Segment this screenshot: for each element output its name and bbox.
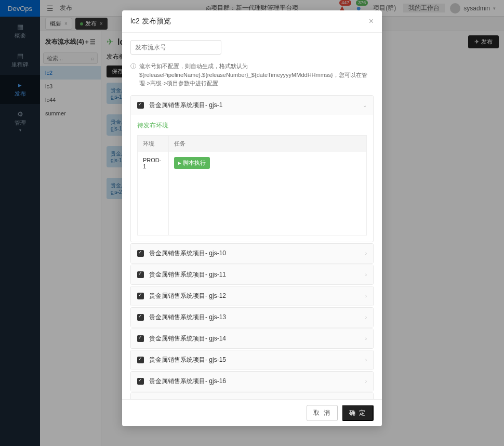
checkbox[interactable] bbox=[137, 271, 144, 278]
cell-env: PROD-1 bbox=[138, 152, 169, 235]
cell-task: ▸ 脚本执行 bbox=[169, 152, 366, 235]
release-preview-modal: lc2 发布预览 × ⓘ 流水号如不配置，则自动生成，格式默认为${releas… bbox=[122, 10, 382, 426]
modal-header: lc2 发布预览 × bbox=[122, 10, 382, 33]
accordion-header[interactable]: 贵金属销售系统项目- gjs-13› bbox=[131, 308, 373, 327]
project-accordion-list: 贵金属销售系统项目- gjs-1 ⌄ 待发布环境 环境 任务 PROD-1 bbox=[130, 95, 374, 400]
script-run-button[interactable]: ▸ 脚本执行 bbox=[174, 157, 210, 169]
accordion-header[interactable]: 贵金属销售系统项目- gjs-16› bbox=[131, 372, 373, 391]
chevron-right-icon: › bbox=[365, 378, 367, 384]
chevron-right-icon: › bbox=[365, 336, 367, 342]
chevron-down-icon: ⌄ bbox=[363, 102, 367, 108]
accordion-item: 贵金属销售系统项目- gjs-10› bbox=[130, 243, 374, 264]
chevron-right-icon: › bbox=[365, 293, 367, 299]
accordion-item: 贵金属销售系统项目- gjs-1 ⌄ 待发布环境 环境 任务 PROD-1 bbox=[130, 95, 374, 242]
chevron-right-icon: › bbox=[365, 314, 367, 320]
chevron-right-icon: › bbox=[365, 251, 367, 256]
modal-overlay[interactable]: lc2 发布预览 × ⓘ 流水号如不配置，则自动生成，格式默认为${releas… bbox=[0, 0, 504, 446]
accordion-item: 贵金属销售系统项目- gjs-15› bbox=[130, 350, 374, 370]
accordion-item: 贵金属销售系统项目- gjs-13› bbox=[130, 307, 374, 327]
info-note: ⓘ 流水号如不配置，则自动生成，格式默认为${releasePipelineNa… bbox=[130, 62, 374, 88]
col-task: 任务 bbox=[169, 136, 366, 152]
accordion-body: 待发布环境 环境 任务 PROD-1 ▸ bbox=[131, 115, 373, 242]
accordion-header[interactable]: 贵金属销售系统项目- gjs-1 ⌄ bbox=[131, 96, 373, 115]
accordion-header[interactable]: 贵金属销售系统项目- gjs-12› bbox=[131, 286, 373, 306]
modal-body: ⓘ 流水号如不配置，则自动生成，格式默认为${releasePipelineNa… bbox=[122, 33, 382, 399]
accordion-header[interactable]: 贵金属销售系统项目- gjs-15› bbox=[131, 350, 373, 370]
accordion-header[interactable]: 贵金属销售系统项目- gjs-14› bbox=[131, 329, 373, 348]
accordion-item: 贵金属销售系统项目- gjs-20› bbox=[130, 392, 374, 400]
ok-button[interactable]: 确 定 bbox=[342, 405, 374, 421]
checkbox[interactable] bbox=[137, 378, 144, 385]
release-number-input[interactable] bbox=[130, 40, 221, 55]
checkbox[interactable] bbox=[137, 357, 144, 363]
env-table: 环境 任务 PROD-1 ▸ 脚本执行 bbox=[137, 135, 367, 235]
accordion-item: 贵金属销售系统项目- gjs-14› bbox=[130, 329, 374, 349]
table-row: PROD-1 ▸ 脚本执行 bbox=[138, 152, 366, 235]
col-env: 环境 bbox=[138, 136, 169, 152]
accordion-header[interactable]: 贵金属销售系统项目- gjs-11› bbox=[131, 265, 373, 284]
checkbox[interactable] bbox=[137, 102, 144, 109]
env-section-title: 待发布环境 bbox=[137, 121, 367, 130]
play-icon: ▸ bbox=[178, 160, 181, 166]
accordion-item: 贵金属销售系统项目- gjs-11› bbox=[130, 265, 374, 285]
close-icon[interactable]: × bbox=[369, 17, 374, 26]
checkbox[interactable] bbox=[137, 293, 144, 299]
chevron-right-icon: › bbox=[365, 272, 367, 278]
modal-footer: 取 消 确 定 bbox=[122, 399, 382, 426]
checkbox[interactable] bbox=[137, 335, 144, 342]
accordion-header[interactable]: 贵金属销售系统项目- gjs-10› bbox=[131, 244, 373, 263]
checkbox[interactable] bbox=[137, 399, 144, 400]
accordion-item: 贵金属销售系统项目- gjs-16› bbox=[130, 371, 374, 391]
checkbox[interactable] bbox=[137, 250, 144, 257]
table-header: 环境 任务 bbox=[138, 136, 366, 152]
accordion-header[interactable]: 贵金属销售系统项目- gjs-20› bbox=[131, 393, 373, 400]
checkbox[interactable] bbox=[137, 314, 144, 321]
accordion-item: 贵金属销售系统项目- gjs-12› bbox=[130, 286, 374, 306]
modal-title: lc2 发布预览 bbox=[130, 17, 171, 26]
info-icon: ⓘ bbox=[130, 62, 136, 88]
cancel-button[interactable]: 取 消 bbox=[307, 405, 337, 421]
chevron-right-icon: › bbox=[365, 357, 367, 363]
